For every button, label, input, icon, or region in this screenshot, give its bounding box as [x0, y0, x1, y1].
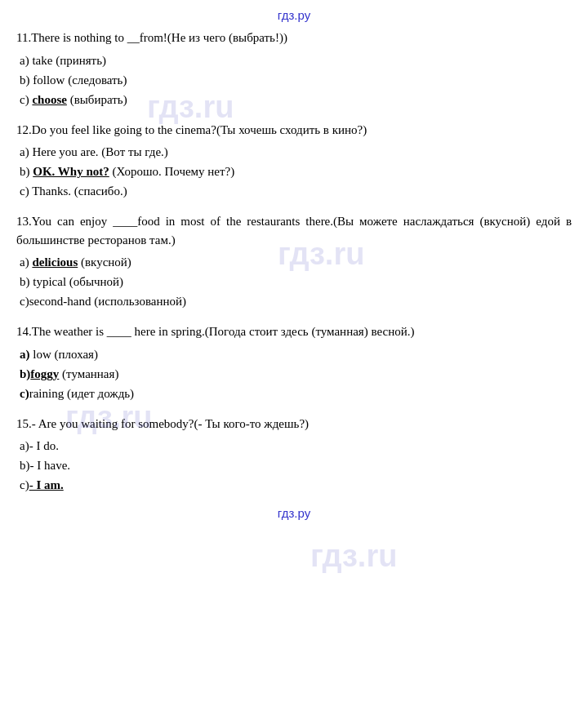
option-14a: a) low (плохая): [20, 344, 572, 364]
correct-15: - I am.: [29, 478, 64, 491]
option-14a-label: a): [20, 348, 30, 361]
question-15: 15.- Are you waiting for somebody?(- Ты …: [16, 415, 572, 495]
option-14b-label: b): [20, 367, 30, 380]
question-12: 12.Do you feel like going to the cinema?…: [16, 121, 572, 202]
question-14-text: 14.The weather is ____ here in spring.(П…: [16, 322, 572, 341]
correct-12: OK. Why not?: [33, 165, 109, 178]
site-footer: гдз.ру: [16, 506, 572, 520]
option-12c: c) Thanks. (спасибо.): [20, 181, 572, 201]
option-15a: a)- I do.: [20, 436, 572, 455]
option-15b: b)- I have.: [20, 455, 572, 475]
question-12-text: 12.Do you feel like going to the cinema?…: [16, 121, 572, 140]
question-15-text: 15.- Are you waiting for somebody?(- Ты …: [16, 415, 572, 433]
option-11b: b) follow (следовать): [20, 70, 572, 90]
correct-13: delicious: [32, 256, 78, 269]
option-12b: b) OK. Why not? (Хорошо. Почему нет?): [20, 162, 572, 181]
correct-11: choose: [32, 93, 67, 106]
question-13-text: 13.You can enjoy ____food in most of the…: [16, 212, 572, 249]
question-14: 14.The weather is ____ here in spring.(П…: [16, 322, 572, 403]
site-header: гдз.ру: [16, 8, 572, 22]
option-14b: b)foggy (туманная): [20, 364, 572, 384]
option-15c: c)- I am.: [20, 475, 572, 495]
question-13: 13.You can enjoy ____food in most of the…: [16, 212, 572, 311]
option-11c: c) choose (выбирать): [20, 90, 572, 109]
option-12a: a) Here you are. (Вот ты где.): [20, 142, 572, 162]
option-13c: c)second-hand (использованной): [20, 291, 572, 311]
correct-14: foggy: [30, 367, 59, 380]
option-11a: a) take (принять): [20, 51, 572, 70]
option-14c: c)raining (идет дождь): [20, 384, 572, 403]
question-11-text: 11.There is nothing to __from!(Не из чег…: [16, 29, 572, 47]
option-13a: a) delicious (вкусной): [20, 252, 572, 272]
option-13b: b) typical (обычной): [20, 272, 572, 291]
watermark-4: гдз.ru: [310, 539, 397, 574]
option-14c-label: c): [20, 387, 29, 400]
question-11: 11.There is nothing to __from!(Не из чег…: [16, 29, 572, 109]
